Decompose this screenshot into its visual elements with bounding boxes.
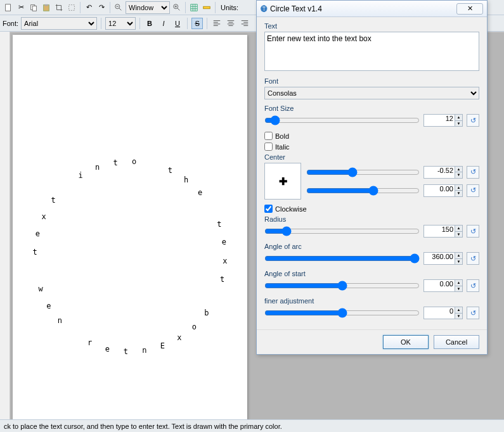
- svg-rect-13: [204, 6, 210, 9]
- finer-label: finer adjustment: [264, 297, 479, 305]
- italic-checkbox[interactable]: [264, 143, 273, 151]
- undo-icon[interactable]: ↶: [83, 2, 94, 13]
- zoom-in-icon[interactable]: [171, 2, 183, 13]
- font-family-select[interactable]: Arial: [21, 17, 97, 30]
- new-icon[interactable]: [3, 2, 14, 13]
- fontsize-label: Font Size: [264, 105, 479, 112]
- svg-rect-2: [32, 6, 36, 11]
- ruler-icon[interactable]: [201, 2, 212, 13]
- angle-start-reset-button[interactable]: ↺: [467, 279, 479, 292]
- svg-line-7: [119, 8, 122, 10]
- cancel-button[interactable]: Cancel: [434, 335, 479, 349]
- angle-start-input[interactable]: 0.00▲▼: [423, 279, 463, 292]
- angle-start-label: Angle of start: [264, 270, 479, 277]
- status-text: ck to place the text cursor, and then ty…: [4, 422, 282, 430]
- status-bar: ck to place the text cursor, and then ty…: [0, 419, 504, 432]
- close-button[interactable]: ✕: [456, 3, 483, 15]
- zoom-out-icon[interactable]: [113, 2, 124, 13]
- svg-line-10: [178, 8, 180, 10]
- copy-icon[interactable]: [28, 2, 39, 13]
- finer-slider[interactable]: [264, 307, 420, 319]
- svg-rect-0: [6, 4, 11, 11]
- italic-label: Italic: [275, 143, 290, 151]
- align-center-icon[interactable]: [225, 18, 236, 29]
- center-x-reset-button[interactable]: ↺: [467, 166, 479, 179]
- cut-icon[interactable]: ✂: [15, 2, 27, 13]
- italic-checkbox-row[interactable]: Italic: [264, 143, 479, 151]
- bold-checkbox-row[interactable]: Bold: [264, 132, 479, 140]
- font-size-select[interactable]: 12: [105, 17, 136, 30]
- spin-down-icon[interactable]: ▼: [455, 121, 462, 127]
- italic-button[interactable]: I: [158, 18, 169, 29]
- svg-rect-4: [44, 4, 48, 6]
- bold-checkbox[interactable]: [264, 132, 273, 140]
- angle-arc-slider[interactable]: [264, 253, 420, 264]
- clockwise-checkbox-row[interactable]: Clockwise: [264, 205, 479, 213]
- dialog-title: Circle Text v1.4: [270, 4, 456, 13]
- ok-button[interactable]: OK: [383, 335, 429, 349]
- underline-button[interactable]: U: [172, 18, 183, 29]
- finer-input[interactable]: 0▲▼: [423, 307, 463, 319]
- font-dropdown[interactable]: Consolas: [264, 87, 479, 99]
- font-label: Font:: [3, 20, 18, 27]
- zoom-select[interactable]: Window: [126, 1, 170, 14]
- bold-label: Bold: [275, 132, 289, 140]
- vertical-ruler: [0, 32, 10, 427]
- center-x-input[interactable]: -0.52▲▼: [423, 166, 463, 179]
- deselect-icon[interactable]: [66, 2, 77, 13]
- circle-text-dialog: 🅣 Circle Text v1.4 ✕ Text Font Consolas …: [256, 0, 488, 355]
- clockwise-checkbox[interactable]: [264, 205, 273, 213]
- finer-reset-button[interactable]: ↺: [467, 307, 479, 319]
- paste-icon[interactable]: [41, 2, 52, 13]
- angle-arc-input[interactable]: 360.00▲▼: [423, 252, 463, 265]
- fontsize-slider[interactable]: [264, 115, 420, 126]
- angle-arc-reset-button[interactable]: ↺: [467, 252, 479, 265]
- text-input[interactable]: [264, 32, 479, 71]
- app-icon: 🅣: [261, 5, 268, 13]
- center-y-slider[interactable]: [306, 185, 420, 196]
- center-x-slider[interactable]: [306, 167, 420, 178]
- grid-icon[interactable]: [188, 2, 200, 13]
- bold-button[interactable]: B: [144, 18, 155, 29]
- crop-icon[interactable]: [53, 2, 65, 13]
- document-canvas[interactable]: Enter new text into the text box: [13, 35, 247, 428]
- center-y-input[interactable]: 0.00▲▼: [423, 184, 463, 197]
- center-label: Center: [264, 153, 479, 161]
- radius-reset-button[interactable]: ↺: [467, 225, 479, 238]
- align-right-icon[interactable]: [239, 18, 250, 29]
- center-y-reset-button[interactable]: ↺: [467, 184, 479, 197]
- units-label: Units:: [221, 4, 238, 11]
- strikethrough-button[interactable]: S: [191, 18, 203, 29]
- align-left-icon[interactable]: [211, 18, 223, 29]
- radius-label: Radius: [264, 215, 479, 223]
- dialog-titlebar[interactable]: 🅣 Circle Text v1.4 ✕: [257, 1, 487, 17]
- radius-slider[interactable]: [264, 226, 420, 237]
- clockwise-label: Clockwise: [275, 205, 307, 213]
- redo-icon[interactable]: ↷: [96, 2, 107, 13]
- svg-rect-5: [69, 4, 75, 10]
- spin-up-icon[interactable]: ▲: [455, 115, 462, 121]
- fontsize-input[interactable]: 12▲▼: [423, 114, 463, 127]
- angle-start-slider[interactable]: [264, 280, 420, 291]
- font-section-label: Font: [264, 77, 479, 85]
- radius-input[interactable]: 150▲▼: [423, 225, 463, 238]
- center-preview[interactable]: ✚: [264, 163, 301, 200]
- fontsize-reset-button[interactable]: ↺: [467, 114, 479, 127]
- angle-arc-label: Angle of arc: [264, 243, 479, 250]
- text-label: Text: [264, 22, 479, 30]
